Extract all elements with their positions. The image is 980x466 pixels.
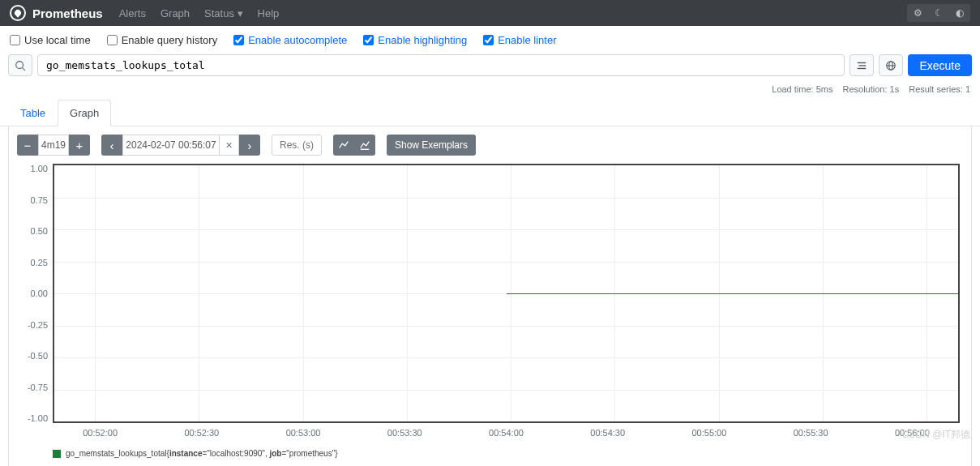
prometheus-logo-icon [10, 5, 26, 21]
time-prev-button[interactable]: ‹ [101, 135, 122, 156]
load-time: Load time: 5ms [772, 84, 832, 94]
contrast-icon[interactable]: ◐ [949, 4, 970, 22]
grid-line [199, 165, 199, 421]
x-tick: 00:55:30 [760, 428, 862, 438]
x-tick: 00:54:00 [456, 428, 557, 438]
range-decrease-button[interactable]: − [17, 135, 38, 156]
y-tick: 0.00 [31, 289, 48, 298]
range-input[interactable] [38, 135, 69, 156]
time-group: ‹ × › [101, 135, 260, 156]
legend-swatch [53, 450, 61, 458]
show-exemplars-button[interactable]: Show Exemplars [387, 135, 476, 156]
svg-line-1 [23, 67, 26, 71]
settings-icon[interactable]: ⚙ [907, 4, 928, 22]
y-tick: 0.75 [31, 195, 48, 205]
navbar-links: Alerts Graph Status ▾ Help [119, 7, 907, 19]
option-autocomplete[interactable]: Enable autocomplete [233, 34, 347, 46]
line-chart-icon[interactable] [333, 135, 354, 156]
navbar: Prometheus Alerts Graph Status ▾ Help ⚙ … [0, 0, 980, 26]
x-tick: 00:53:30 [354, 428, 456, 438]
options-bar: Use local time Enable query history Enab… [0, 26, 980, 54]
globe-icon[interactable] [879, 54, 903, 76]
execute-button[interactable]: Execute [908, 54, 972, 76]
format-icon[interactable] [849, 54, 874, 76]
nav-graph[interactable]: Graph [160, 7, 190, 19]
plot-area[interactable] [53, 164, 960, 423]
checkbox[interactable] [107, 35, 118, 45]
grid-line [407, 165, 408, 421]
y-tick: 1.00 [31, 164, 48, 173]
option-use-local-time[interactable]: Use local time [10, 34, 91, 46]
legend[interactable]: go_memstats_lookups_total{instance="loca… [53, 449, 963, 458]
x-tick: 00:56:00 [862, 428, 963, 438]
checkbox[interactable] [10, 35, 20, 45]
navbar-brand[interactable]: Prometheus [10, 5, 103, 21]
stacked-chart-icon[interactable] [354, 135, 375, 156]
option-linter[interactable]: Enable linter [483, 34, 556, 46]
result-series: Result series: 1 [909, 84, 970, 94]
checkbox[interactable] [363, 35, 374, 45]
tab-graph[interactable]: Graph [58, 100, 111, 126]
option-query-history[interactable]: Enable query history [107, 34, 218, 46]
checkbox[interactable] [483, 35, 494, 45]
x-tick: 00:55:00 [658, 428, 760, 438]
chart-type-group [333, 135, 375, 156]
y-axis: 1.00 0.75 0.50 0.25 0.00 -0.25 -0.50 -0.… [20, 164, 53, 423]
range-increase-button[interactable]: + [69, 135, 90, 156]
resolution-input[interactable] [272, 135, 322, 156]
legend-label: go_memstats_lookups_total{instance="loca… [66, 449, 338, 458]
x-tick: 00:53:00 [252, 428, 353, 438]
time-next-button[interactable]: › [239, 135, 260, 156]
svg-point-0 [16, 61, 24, 68]
search-icon [8, 54, 32, 76]
nav-help[interactable]: Help [258, 7, 280, 19]
y-tick: 0.25 [31, 258, 48, 267]
graph-panel: − + ‹ × › Show Exemplars 1.00 0.75 0.50 … [8, 126, 972, 466]
series-line [507, 293, 959, 294]
y-tick: 0.50 [31, 226, 48, 236]
nav-status[interactable]: Status ▾ [204, 7, 242, 19]
navbar-right: ⚙ ☾ ◐ [907, 4, 970, 22]
tab-table[interactable]: Table [8, 100, 58, 126]
range-group: − + [17, 135, 90, 156]
graph-controls: − + ‹ × › Show Exemplars [17, 135, 963, 156]
y-tick: -0.50 [28, 351, 48, 361]
tabs: Table Graph [0, 99, 980, 126]
stats-row: Load time: 5ms Resolution: 1s Result ser… [0, 81, 980, 97]
chart: 1.00 0.75 0.50 0.25 0.00 -0.25 -0.50 -0.… [17, 164, 963, 423]
y-tick: -1.00 [28, 413, 48, 423]
y-tick: -0.25 [28, 320, 48, 330]
resolution: Resolution: 1s [842, 84, 899, 94]
dark-mode-icon[interactable]: ☾ [928, 4, 949, 22]
y-tick: -0.75 [28, 383, 48, 392]
x-axis: 00:52:00 00:52:30 00:53:00 00:53:30 00:5… [49, 423, 963, 438]
brand-text: Prometheus [32, 6, 103, 20]
checkbox[interactable] [233, 35, 244, 45]
grid-line [303, 165, 304, 421]
grid-line [95, 165, 96, 421]
clear-time-button[interactable]: × [220, 135, 239, 156]
x-tick: 00:54:30 [557, 428, 658, 438]
option-highlighting[interactable]: Enable highlighting [363, 34, 467, 46]
nav-alerts[interactable]: Alerts [119, 7, 146, 19]
x-tick: 00:52:30 [151, 428, 252, 438]
query-row: Execute [0, 54, 980, 81]
x-tick: 00:52:00 [49, 428, 151, 438]
end-time-input[interactable] [122, 135, 220, 156]
expression-input[interactable] [37, 54, 845, 76]
